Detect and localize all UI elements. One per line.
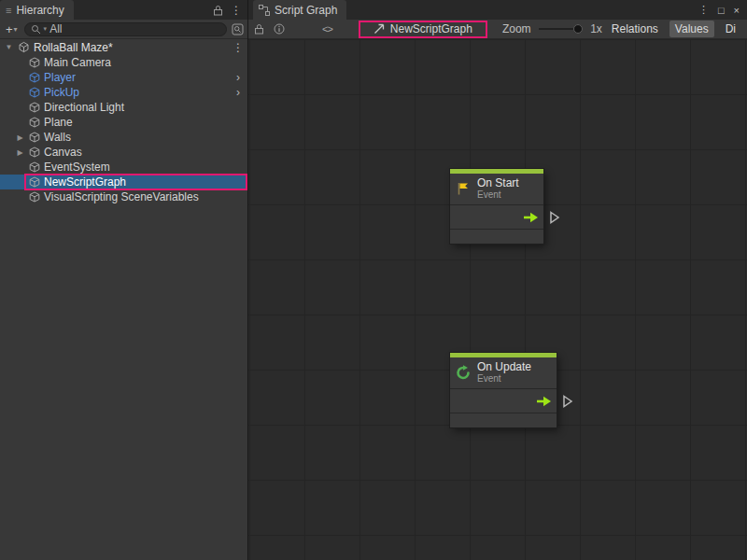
- node-title: On Start: [477, 177, 519, 189]
- foldout-open-icon[interactable]: ▼: [4, 43, 14, 51]
- hierarchy-item[interactable]: ▶ Player ›: [0, 70, 247, 85]
- gameobject-cube-icon: [29, 87, 40, 98]
- prefab-open-chevron[interactable]: ›: [236, 71, 244, 84]
- hierarchy-toolbar: + ▾ ▾ All: [0, 20, 247, 39]
- lock-icon[interactable]: [213, 5, 223, 16]
- node-port-row: [450, 389, 557, 413]
- close-icon[interactable]: ×: [734, 5, 740, 16]
- graph-name-label: NewScriptGraph: [390, 22, 472, 35]
- add-label: +: [6, 22, 13, 36]
- gameobject-cube-icon: [29, 72, 40, 83]
- hierarchy-item[interactable]: ▶ VisualScripting SceneVariables ›: [0, 189, 247, 204]
- scene-row[interactable]: ▼ RollaBall Maze* ⋮: [0, 39, 247, 55]
- node-header: On Start Event: [450, 174, 543, 205]
- values-button[interactable]: Values: [669, 21, 714, 37]
- zoom-value: 1x: [590, 22, 602, 35]
- graph-toolbar: <> NewScriptGraph Zoom 1x Relations Valu…: [248, 20, 747, 39]
- graph-tab-icon: [259, 5, 270, 16]
- item-label: NewScriptGraph: [44, 175, 126, 189]
- hierarchy-item[interactable]: ▶ NewScriptGraph ›: [0, 175, 247, 189]
- add-gameobject-button[interactable]: + ▾: [4, 22, 20, 36]
- node-on-start[interactable]: On Start Event: [450, 169, 543, 244]
- search-window-icon[interactable]: [232, 23, 244, 35]
- search-filter-caret-icon[interactable]: ▾: [44, 25, 48, 33]
- code-icon[interactable]: <>: [322, 23, 332, 35]
- loop-icon: [456, 365, 471, 380]
- item-label: PickUp: [44, 86, 79, 99]
- gameobject-cube-icon: [29, 117, 40, 128]
- node-on-update[interactable]: On Update Event: [450, 353, 557, 427]
- unity-editor-window: ≡ Hierarchy ⋮ + ▾ ▾ All: [0, 0, 747, 560]
- node-subtitle: Event: [477, 373, 531, 384]
- panel-menu-icon[interactable]: ⋮: [698, 4, 709, 16]
- graph-canvas[interactable]: On Start Event: [248, 39, 747, 560]
- node-port-row: [450, 205, 543, 230]
- scene-name: RollaBall Maze*: [34, 41, 113, 54]
- item-label: VisualScripting SceneVariables: [44, 190, 199, 203]
- chevron-down-icon: ▾: [14, 25, 18, 34]
- unity-scene-icon: [18, 41, 30, 53]
- hierarchy-item[interactable]: ▶ Main Camera ›: [0, 55, 247, 70]
- foldout-closed-icon[interactable]: ▶: [15, 148, 25, 157]
- script-graph-panel: Script Graph ⋮ □ × <> NewScriptGraph: [248, 0, 747, 560]
- search-icon: [31, 24, 41, 35]
- item-label: Player: [44, 71, 76, 84]
- hierarchy-tree: ▼ RollaBall Maze* ⋮ ▶ Main Camera › ▶ Pl…: [0, 39, 247, 560]
- hierarchy-item[interactable]: ▶ Walls ›: [0, 130, 247, 145]
- hierarchy-items: ▶ Main Camera › ▶ Player › ▶ PickUp › ▶ …: [0, 55, 247, 204]
- item-label: Walls: [44, 131, 71, 144]
- gameobject-cube-icon: [29, 176, 40, 188]
- scene-menu-icon[interactable]: ⋮: [233, 41, 244, 54]
- graph-breadcrumb[interactable]: NewScriptGraph: [359, 21, 487, 38]
- connection-port-icon[interactable]: [549, 211, 560, 224]
- connection-port-icon[interactable]: [562, 395, 573, 408]
- script-graph-asset-icon: [374, 23, 385, 35]
- zoom-slider[interactable]: [539, 22, 584, 35]
- output-port-arrow-icon[interactable]: [523, 212, 539, 223]
- relations-button[interactable]: Relations: [606, 21, 664, 37]
- hierarchy-item[interactable]: ▶ EventSystem ›: [0, 160, 247, 175]
- zoom-slider-knob[interactable]: [573, 24, 583, 34]
- hamburger-icon: ≡: [6, 5, 11, 16]
- gameobject-cube-icon: [29, 102, 40, 113]
- item-label: Plane: [44, 116, 73, 129]
- panel-menu-icon[interactable]: ⋮: [231, 4, 242, 17]
- hierarchy-tab-label: Hierarchy: [16, 4, 63, 17]
- zoom-label: Zoom: [502, 22, 531, 35]
- search-filter-label: All: [49, 22, 62, 35]
- graph-tab-label: Script Graph: [275, 4, 337, 17]
- gameobject-cube-icon: [29, 191, 40, 203]
- gameobject-cube-icon: [29, 161, 40, 173]
- graph-tabbar: Script Graph ⋮ □ ×: [248, 0, 747, 20]
- search-input[interactable]: ▾ All: [24, 22, 227, 36]
- item-label: Directional Light: [44, 101, 124, 114]
- tab-script-graph[interactable]: Script Graph: [253, 0, 346, 20]
- prefab-open-chevron[interactable]: ›: [236, 86, 244, 99]
- output-port-arrow-icon[interactable]: [536, 396, 552, 407]
- lock-icon[interactable]: [254, 23, 264, 35]
- dim-button[interactable]: Di: [720, 21, 741, 37]
- hierarchy-tabbar: ≡ Hierarchy ⋮: [0, 0, 247, 20]
- item-label: Canvas: [44, 146, 82, 159]
- flag-icon: [456, 181, 471, 196]
- item-label: Main Camera: [44, 56, 111, 69]
- item-label: EventSystem: [44, 161, 110, 174]
- hierarchy-tabbar-actions: ⋮: [207, 0, 247, 20]
- hierarchy-item[interactable]: ▶ PickUp ›: [0, 85, 247, 100]
- foldout-closed-icon[interactable]: ▶: [15, 133, 25, 142]
- hierarchy-panel: ≡ Hierarchy ⋮ + ▾ ▾ All: [0, 0, 248, 560]
- gameobject-cube-icon: [29, 147, 40, 158]
- window-controls: ⋮ □ ×: [691, 0, 747, 20]
- hierarchy-item[interactable]: ▶ Directional Light ›: [0, 100, 247, 115]
- node-title: On Update: [477, 361, 531, 373]
- hierarchy-item[interactable]: ▶ Plane ›: [0, 115, 247, 130]
- tab-hierarchy[interactable]: ≡ Hierarchy: [0, 0, 74, 20]
- node-footer: [450, 230, 543, 244]
- maximize-icon[interactable]: □: [718, 5, 725, 16]
- node-footer: [450, 413, 557, 427]
- gameobject-cube-icon: [29, 57, 40, 68]
- info-icon[interactable]: [274, 23, 285, 35]
- node-subtitle: Event: [477, 189, 519, 200]
- node-header: On Update Event: [450, 357, 557, 389]
- hierarchy-item[interactable]: ▶ Canvas ›: [0, 145, 247, 160]
